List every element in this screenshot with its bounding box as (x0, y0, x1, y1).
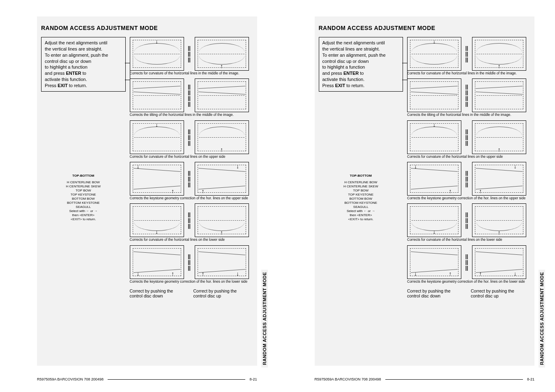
instr-line: Adjust the next alignments until (45, 40, 107, 45)
instr-exit: EXIT (335, 83, 345, 88)
arrow-down-icon: ↓ (414, 163, 417, 170)
diagram-box (407, 78, 461, 112)
diagram-pair: ↓ |||||| ↑ (130, 37, 249, 71)
menu-hint: Select with ← or → (41, 209, 126, 213)
bottom-notes: Correct by pushing the control disc down… (130, 288, 249, 298)
separator-marks: |||||| (464, 254, 470, 271)
right-column: ↓ |||||| ↑ Corrects for curvature of the… (130, 37, 249, 298)
diagram-caption: Corrects for curvature of the horizontal… (130, 155, 249, 159)
instr-line: To enter an alignment, push the (45, 53, 108, 58)
menu-item: BOTTOM KEYSTONE (41, 201, 126, 205)
arrow-up-icon: ↑ (202, 270, 205, 277)
separator-marks: |||||| (464, 212, 470, 229)
diagram-pair: ↓ |||||| ↑ (130, 120, 249, 154)
diagram-box: ↑↓ (195, 162, 249, 196)
arrow-up-icon: ↑ (479, 270, 482, 277)
menu-item: TOP KEYSTONE (41, 193, 126, 197)
separator-marks: |||||| (187, 212, 192, 229)
right-column: ↓ |||||| ↑ Corrects for curvature of the… (407, 37, 526, 298)
instr-line: the vertical lines are straight. (45, 46, 102, 51)
page-title: RANDOM ACCESS ADJUSTMENT MODE (41, 25, 249, 31)
separator-marks: |||||| (187, 170, 192, 187)
page-title: RANDOM ACCESS ADJUSTMENT MODE (319, 25, 527, 31)
arrow-down-icon: ↓ (155, 122, 158, 128)
diagram-box: ↓↑ (130, 162, 184, 196)
diagram-pair: ↓ |||||| ↑ (407, 120, 526, 154)
menu-item: TOP BOW (319, 189, 403, 193)
arrow-up-icon: ↑ (202, 188, 205, 194)
menu-item: H CENTERLINE SKEW (319, 184, 403, 189)
menu-item: TOP BOW (41, 189, 126, 193)
diagram-box (130, 78, 184, 112)
diagram-row: ↓ |||||| ↑ Corrects for curvature of the… (407, 37, 526, 77)
content-area: Adjust the next alignments until the ver… (41, 37, 249, 298)
note-left: Correct by pushing the control disc down (130, 288, 185, 298)
arrow-down-icon: ↓ (433, 122, 436, 128)
menu-item: SEAGULL (41, 205, 126, 209)
diagram-box (472, 78, 526, 112)
arrow-down-icon: ↓ (137, 163, 140, 170)
diagram-box: ↑↓ (472, 162, 526, 196)
diagram-pair: |||||||| (407, 78, 526, 112)
diagram-caption: Corrects for curvature of the horizontal… (407, 155, 526, 159)
separator-marks: |||||| (187, 254, 192, 271)
diagram-box: ↓↑ (130, 245, 184, 279)
arrow-up-icon: ↑ (220, 63, 223, 69)
diagram-pair: |||||||| (130, 78, 249, 112)
diagram-box: ↑↓ (195, 245, 249, 279)
diagram-box: ↓ (407, 120, 461, 154)
menu-hint: <EXIT> to return. (41, 217, 126, 221)
instruction-box: Adjust the next alignments until the ver… (41, 37, 126, 92)
diagram-row: ↓ |||||| ↑ Corrects for curvature of the… (130, 37, 249, 77)
diagram-box (195, 78, 249, 112)
menu-item: SEAGULL (319, 205, 403, 209)
diagram-row: ↓↑ |||||| ↑↓ Corrects the keystone geome… (130, 245, 249, 285)
arrow-down-icon: ↓ (137, 270, 140, 277)
diagram-row: ↓↑ |||||| ↑↓ Corrects the keystone geome… (407, 162, 526, 202)
menu-item: BOTTOM KEYSTONE (319, 201, 403, 205)
instr-line: to (81, 71, 86, 76)
diagram-pair: ↓ |||||| ↑ (130, 203, 249, 237)
arrow-up-icon: ↑ (479, 188, 482, 194)
arrow-up-icon: ↑ (449, 188, 452, 194)
arrow-down-icon: ↓ (155, 228, 158, 235)
menu-hint: then <ENTER> (41, 213, 126, 217)
separator-marks: |||||| (464, 45, 470, 62)
left-column: Adjust the next alignments until the ver… (41, 37, 126, 298)
instr-line: control disc up or down (45, 59, 91, 64)
arrow-down-icon: ↓ (155, 38, 158, 45)
diagram-box: ↓↑ (407, 245, 461, 279)
instr-line: and press (322, 71, 343, 76)
diagram-caption: Corrects for curvature of the horizontal… (130, 71, 249, 75)
arrow-up-icon: ↑ (498, 146, 501, 153)
left-column: Adjust the next alignments until the ver… (319, 37, 403, 298)
separator-marks: |||||| (187, 45, 192, 62)
page-left: RANDOM ACCESS ADJUSTMENT MODE Adjust the… (0, 0, 278, 392)
diagram-box: ↑ (195, 37, 249, 71)
side-label: RANDOM ACCESS ADJUSTMENT MODE (539, 270, 545, 367)
diagram-pair: ↓↑ |||||| ↑↓ (130, 245, 249, 279)
menu-item: BOTTOM BOW (319, 197, 403, 201)
arrow-up-icon: ↑ (220, 229, 223, 236)
instr-line: Press (45, 83, 58, 88)
instr-line: Adjust the next alignments until (322, 40, 385, 45)
menu-title: TOP-BOTTOM (319, 174, 403, 178)
diagram-row: |||||||| Corrects the tilting of the hor… (130, 78, 249, 118)
side-label: RANDOM ACCESS ADJUSTMENT MODE (261, 270, 268, 367)
arrow-up-icon: ↑ (220, 146, 223, 153)
instruction-box: Adjust the next alignments until the ver… (319, 37, 403, 92)
diagram-box: ↑↓ (472, 245, 526, 279)
footer-page-number: 8-21 (249, 377, 257, 381)
instr-line: to highlight a function (322, 65, 365, 69)
menu-item: BOTTOM BOW (41, 197, 126, 201)
arrow-down-icon: ↓ (514, 163, 517, 170)
diagram-box: ↑ (195, 203, 249, 237)
instr-line: To enter an alignment, push the (322, 53, 386, 58)
menu-item: TOP KEYSTONE (319, 193, 403, 197)
arrow-down-icon: ↓ (414, 270, 417, 277)
diagram-box: ↑ (472, 120, 526, 154)
diagram-row: ↓ |||||| ↑ Corrects for curvature of the… (130, 120, 249, 160)
diagram-box: ↑ (472, 37, 526, 71)
footer-doc-id: R5975059A BARCOVISION 708 200498 (315, 377, 381, 381)
diagram-pair: ↓↑ |||||| ↑↓ (130, 162, 249, 196)
